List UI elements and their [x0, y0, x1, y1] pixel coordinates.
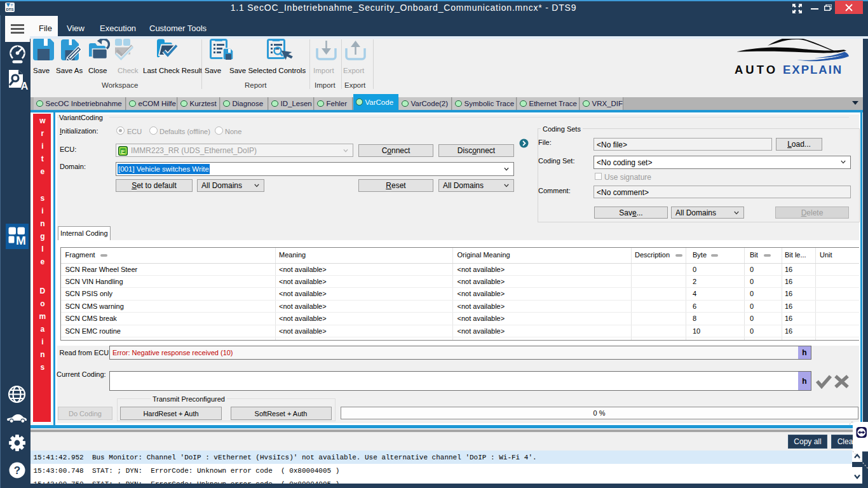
svg-text:A: A [21, 81, 29, 90]
svg-text:?: ? [14, 464, 20, 477]
svg-text:EXPLAIN: EXPLAIN [783, 63, 843, 76]
svg-text:E: E [121, 147, 125, 154]
svg-text:AUTO: AUTO [735, 63, 778, 76]
svg-text:M: M [16, 234, 26, 247]
